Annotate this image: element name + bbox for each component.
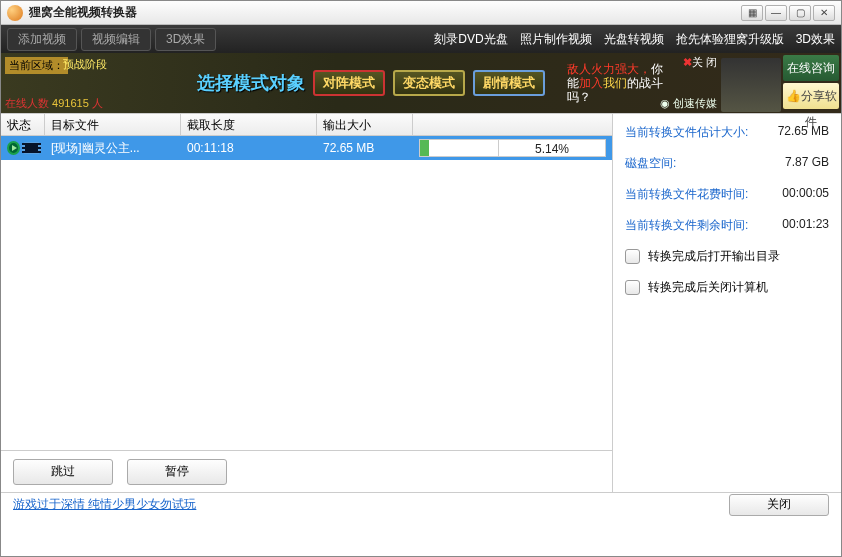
close-ad-button[interactable]: ✖关 闭 [683, 55, 717, 70]
open-output-checkbox[interactable] [625, 249, 640, 264]
ad-company: ◉ 创速传媒 [660, 96, 717, 111]
titlebar: 狸窝全能视频转换器 ▦ — ▢ ✕ [1, 1, 841, 25]
mode-button-3[interactable]: 剧情模式 [473, 70, 545, 96]
remain-label: 当前转换文件剩余时间: [625, 217, 782, 234]
settings-button[interactable]: ▦ [741, 5, 763, 21]
film-icon [24, 142, 39, 154]
online-count: 在线人数 491615 人 [5, 96, 103, 111]
select-mode-title: 选择模式对象 [197, 71, 305, 95]
pause-button[interactable]: 暂停 [127, 459, 227, 485]
play-status-icon [7, 141, 20, 155]
table-body: [现场]幽灵公主... 00:11:18 72.65 MB 5.14% [1, 136, 612, 450]
est-size-label: 当前转换文件估计大小: [625, 124, 778, 141]
add-video-button[interactable]: 添加视频 [7, 28, 77, 51]
shutdown-label: 转换完成后关闭计算机 [648, 279, 768, 296]
zone-label: 当前区域： [5, 57, 68, 74]
bottom-toolbar: 跳过 暂停 [1, 450, 612, 492]
ad-banner: 当前区域： 预战阶段 在线人数 491615 人 选择模式对象 对阵模式 变态模… [1, 53, 841, 113]
col-header-size[interactable]: 输出大小 [317, 114, 413, 135]
shutdown-checkbox[interactable] [625, 280, 640, 295]
est-size-value: 72.65 MB [778, 124, 829, 141]
progress-bar [419, 139, 499, 157]
maximize-button[interactable]: ▢ [789, 5, 811, 21]
col-header-length[interactable]: 截取长度 [181, 114, 317, 135]
close-window-button[interactable]: ✕ [813, 5, 835, 21]
elapsed-label: 当前转换文件花费时间: [625, 186, 782, 203]
cell-size: 72.65 MB [317, 141, 413, 155]
close-button[interactable]: 关闭 [729, 494, 829, 516]
video-edit-button[interactable]: 视频编辑 [81, 28, 151, 51]
3d-effect-button[interactable]: 3D效果 [155, 28, 216, 51]
col-header-file[interactable]: 目标文件 [45, 114, 181, 135]
share-button[interactable]: 👍分享软件 [783, 83, 839, 109]
menu-link-photo-video[interactable]: 照片制作视频 [520, 31, 592, 48]
progress-percent: 5.14% [499, 139, 606, 157]
elapsed-value: 00:00:05 [782, 186, 829, 203]
remain-value: 00:01:23 [782, 217, 829, 234]
main-area: 状态 目标文件 截取长度 输出大小 [现场]幽灵公主... 00:11:18 7… [1, 113, 841, 492]
table-row[interactable]: [现场]幽灵公主... 00:11:18 72.65 MB 5.14% [1, 136, 612, 160]
disk-label: 磁盘空间: [625, 155, 785, 172]
skip-button[interactable]: 跳过 [13, 459, 113, 485]
footer: 游戏过于深情 纯情少男少女勿试玩 关闭 [1, 492, 841, 516]
menu-link-3d[interactable]: 3D效果 [796, 31, 835, 48]
window-title: 狸窝全能视频转换器 [29, 4, 739, 21]
mode-button-2[interactable]: 变态模式 [393, 70, 465, 96]
conversion-list-panel: 状态 目标文件 截取长度 输出大小 [现场]幽灵公主... 00:11:18 7… [1, 114, 613, 492]
menubar: 添加视频 视频编辑 3D效果 刻录DVD光盘 照片制作视频 光盘转视频 抢先体验… [1, 25, 841, 53]
minimize-button[interactable]: — [765, 5, 787, 21]
right-ad: 敌人火力强大，你 能加入我们的战斗 吗？ ✖关 闭 ◉ 创速传媒 在线咨询 👍分… [561, 53, 841, 113]
app-icon [7, 5, 23, 21]
menu-link-upgrade[interactable]: 抢先体验狸窝升级版 [676, 31, 784, 48]
info-panel: 当前转换文件估计大小:72.65 MB 磁盘空间:7.87 GB 当前转换文件花… [613, 114, 841, 492]
mode-button-1[interactable]: 对阵模式 [313, 70, 385, 96]
progress-cell: 5.14% [419, 139, 606, 157]
ad-avatar [721, 58, 781, 112]
open-output-label: 转换完成后打开输出目录 [648, 248, 780, 265]
footer-link[interactable]: 游戏过于深情 纯情少男少女勿试玩 [13, 496, 196, 513]
table-header: 状态 目标文件 截取长度 输出大小 [1, 114, 612, 136]
col-header-status[interactable]: 状态 [1, 114, 45, 135]
col-header-progress [413, 114, 612, 135]
menu-link-burn-dvd[interactable]: 刻录DVD光盘 [434, 31, 507, 48]
menu-link-disc-to-video[interactable]: 光盘转视频 [604, 31, 664, 48]
stage-text: 预战阶段 [63, 57, 107, 72]
cell-length: 00:11:18 [181, 141, 317, 155]
disk-value: 7.87 GB [785, 155, 829, 172]
cell-filename: [现场]幽灵公主... [45, 140, 181, 157]
promo-text: 敌人火力强大，你 能加入我们的战斗 吗？ [561, 58, 669, 108]
consult-button[interactable]: 在线咨询 [783, 55, 839, 81]
